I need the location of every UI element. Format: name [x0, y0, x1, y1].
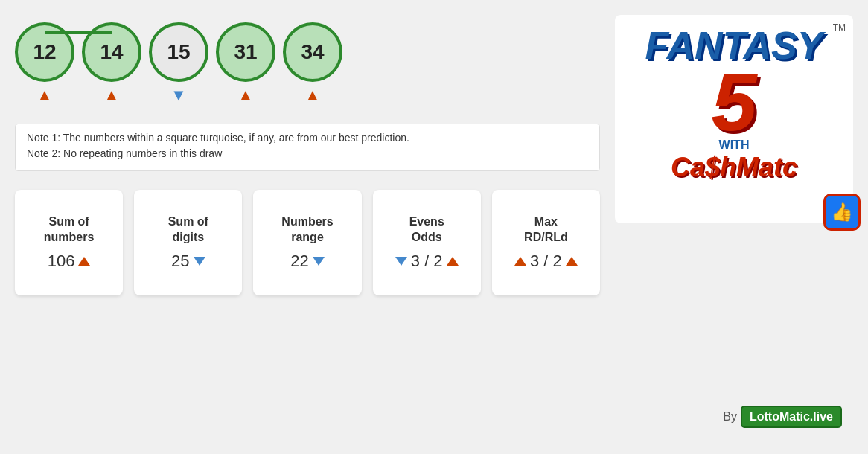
stat-card-content-2: Sum ofdigits 25 — [134, 203, 242, 282]
stat-card-evens-odds: EvensOdds 3 / 2 — [373, 190, 481, 295]
stat-card-top-bar-5 — [492, 190, 600, 203]
like-button[interactable]: 👍 — [823, 194, 861, 231]
stat-card-max-rd: MaxRD/RLd 3 / 2 — [492, 190, 600, 295]
stat-card-sum-numbers: Sum ofnumbers 106 — [15, 190, 123, 295]
ball-wrapper-4: 31 ▲ — [216, 22, 275, 105]
stat-card-bottom-bar-1 — [15, 282, 123, 295]
stat-card-content-1: Sum ofnumbers 106 — [15, 203, 123, 282]
arrow-up-4: ▲ — [237, 86, 254, 105]
ball-number-3: 15 — [167, 40, 190, 64]
stat-value-2: 25 — [141, 252, 234, 271]
stat-card-top-bar-4 — [373, 190, 481, 203]
stat-number-2: 25 — [171, 252, 189, 271]
ball-wrapper-1: 12 ▲ — [15, 22, 74, 105]
stat-card-content-4: EvensOdds 3 / 2 — [373, 203, 481, 282]
stat-card-top-bar-2 — [134, 190, 242, 203]
stat-value-1: 106 — [22, 252, 115, 271]
stat-card-bottom-bar-4 — [373, 282, 481, 295]
ball-wrapper-3: 15 ▼ — [149, 22, 208, 105]
stat-card-bottom-bar-3 — [253, 282, 361, 295]
note-2: Note 2: No repeating numbers in this dra… — [27, 147, 588, 159]
with-text: WITH — [719, 138, 750, 152]
stat-card-sum-digits: Sum ofdigits 25 — [134, 190, 242, 295]
stat-card-top-bar-1 — [15, 190, 123, 203]
ball-3: 15 — [149, 22, 208, 82]
five-text: 5 — [711, 65, 756, 138]
stat-card-bottom-bar-2 — [134, 282, 242, 295]
ball-number-2: 14 — [100, 40, 123, 64]
by-text: By — [723, 410, 737, 423]
stat-card-numbers-range: Numbersrange 22 — [253, 190, 361, 295]
stats-section: Sum ofnumbers 106 Sum ofdigits 25 — [15, 190, 600, 295]
ball-number-4: 31 — [234, 40, 257, 64]
arrow-up-2: ▲ — [103, 86, 120, 105]
stat-number-5: 3 / 2 — [530, 252, 562, 271]
note-1: Note 1: The numbers within a square turq… — [27, 132, 588, 144]
arrow-down-3: ▼ — [170, 86, 187, 105]
stat-arrow-down-2 — [194, 257, 205, 266]
stat-card-bottom-bar-5 — [492, 282, 600, 295]
arrow-up-5: ▲ — [304, 86, 321, 105]
stat-title-2: Sum ofdigits — [141, 214, 234, 246]
stat-number-4: 3 / 2 — [411, 252, 443, 271]
stat-card-content-5: MaxRD/RLd 3 / 2 — [492, 203, 600, 282]
ball-wrapper-5: 34 ▲ — [283, 22, 342, 105]
stat-arrow-right-4 — [447, 257, 459, 266]
cashmatc-text: Ca$hMatc — [671, 152, 797, 183]
stat-title-1: Sum ofnumbers — [22, 214, 115, 246]
stat-value-5: 3 / 2 — [500, 252, 593, 271]
ball-4: 31 — [216, 22, 275, 82]
stat-arrow-up-1 — [78, 257, 90, 266]
stat-card-content-3: Numbersrange 22 — [253, 203, 361, 282]
stat-arrow-left-5 — [514, 257, 526, 266]
notes-section: Note 1: The numbers within a square turq… — [15, 124, 600, 171]
tm-badge: TM — [833, 22, 846, 33]
ball-5: 34 — [283, 22, 342, 82]
stat-number-1: 106 — [48, 252, 75, 271]
balls-section: 12 ▲ 14 ▲ 15 ▼ — [15, 15, 600, 112]
ball-number-1: 12 — [33, 40, 56, 64]
stat-arrow-right-5 — [566, 257, 578, 266]
stat-title-3: Numbersrange — [261, 214, 354, 246]
stat-value-4: 3 / 2 — [380, 252, 473, 271]
right-panel: TM FANTASY 5 WITH Ca$hMatc 👍 By LottoMat… — [615, 15, 853, 439]
stat-arrow-left-4 — [395, 257, 407, 266]
stat-number-3: 22 — [290, 252, 308, 271]
arrow-up-1: ▲ — [36, 86, 53, 105]
logo-area: TM FANTASY 5 WITH Ca$hMatc 👍 — [615, 15, 853, 223]
stat-value-3: 22 — [261, 252, 354, 271]
lotto-link[interactable]: LottoMatic.live — [741, 406, 842, 428]
stat-arrow-down-3 — [313, 257, 325, 266]
like-icon: 👍 — [831, 202, 853, 223]
stat-card-top-bar-3 — [253, 190, 361, 203]
by-lottmatic: By LottoMatic.live — [723, 406, 842, 428]
ball-wrapper-2: 14 ▲ — [82, 22, 141, 105]
stat-title-4: EvensOdds — [380, 214, 473, 246]
ball-number-5: 34 — [301, 40, 324, 64]
stat-title-5: MaxRD/RLd — [500, 214, 593, 246]
